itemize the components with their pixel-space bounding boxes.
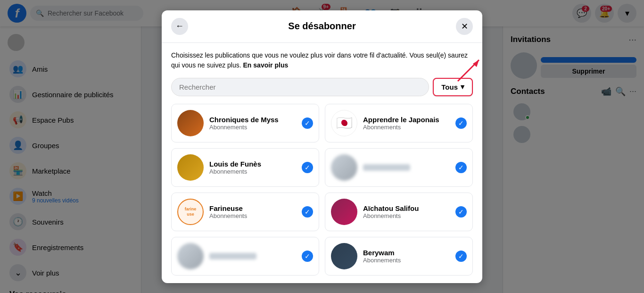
modal-description: Choisissez les publications que vous ne … bbox=[171, 50, 473, 70]
close-icon: ✕ bbox=[461, 21, 468, 32]
modal-close-button[interactable]: ✕ bbox=[456, 18, 473, 35]
item-1-name: Chroniques de Myss bbox=[209, 116, 296, 124]
funes-avatar bbox=[177, 154, 204, 181]
item-3-name: Louis de Funès bbox=[209, 160, 296, 168]
item-8-name: Berywam bbox=[363, 249, 450, 257]
item-5-checkbox[interactable]: ✓ bbox=[302, 206, 313, 218]
modal-items-grid: Chroniques de Myss Abonnements ✓ 🇯🇵 Appr… bbox=[171, 104, 473, 276]
blurred-name-2 bbox=[209, 253, 256, 260]
modal-overlay: ← Se désabonner ✕ Choisissez les publica… bbox=[0, 0, 644, 293]
learn-more-link[interactable]: En savoir plus bbox=[243, 61, 289, 69]
item-2-checkbox[interactable]: ✓ bbox=[455, 117, 467, 129]
modal-item-7[interactable]: ✓ bbox=[171, 237, 319, 276]
item-6-checkbox[interactable]: ✓ bbox=[455, 206, 467, 218]
item-2-name: Apprendre le Japonais bbox=[363, 116, 450, 124]
svg-marker-1 bbox=[473, 60, 479, 67]
modal-title: Se désabonner bbox=[188, 21, 456, 32]
modal-item-8[interactable]: Berywam Abonnements ✓ bbox=[325, 237, 473, 276]
farineuse-avatar: farineuse bbox=[177, 199, 204, 225]
modal-item-6[interactable]: Aïchatou Salifou Abonnements ✓ bbox=[325, 193, 473, 231]
item-8-checkbox[interactable]: ✓ bbox=[455, 251, 467, 262]
back-icon: ← bbox=[175, 21, 184, 31]
modal-item-5[interactable]: farineuse Farineuse Abonnements ✓ bbox=[171, 193, 319, 231]
modal-body: Choisissez les publications que vous ne … bbox=[162, 43, 482, 283]
chroniques-avatar bbox=[177, 110, 204, 136]
unfollow-modal: ← Se désabonner ✕ Choisissez les publica… bbox=[162, 10, 482, 283]
aichatou-avatar bbox=[331, 199, 357, 225]
blurred-avatar-1 bbox=[331, 154, 357, 181]
modal-item-3[interactable]: Louis de Funès Abonnements ✓ bbox=[171, 148, 319, 187]
japonais-avatar: 🇯🇵 bbox=[331, 110, 357, 136]
modal-item-2[interactable]: 🇯🇵 Apprendre le Japonais Abonnements ✓ bbox=[325, 104, 473, 142]
item-8-sub: Abonnements bbox=[363, 257, 450, 264]
item-3-checkbox[interactable]: ✓ bbox=[302, 162, 313, 173]
item-4-checkbox[interactable]: ✓ bbox=[455, 162, 467, 173]
berywam-avatar bbox=[331, 243, 357, 269]
filter-arrow-icon: ▾ bbox=[461, 83, 464, 91]
item-5-name: Farineuse bbox=[209, 204, 296, 212]
item-3-sub: Abonnements bbox=[209, 168, 296, 175]
blurred-avatar-2 bbox=[177, 243, 204, 269]
modal-filter-button[interactable]: Tous ▾ bbox=[433, 78, 473, 96]
item-2-sub: Abonnements bbox=[363, 124, 450, 131]
modal-search-row: Tous ▾ bbox=[171, 78, 473, 96]
item-1-sub: Abonnements bbox=[209, 124, 296, 131]
blurred-name-1 bbox=[363, 164, 410, 171]
modal-back-button[interactable]: ← bbox=[171, 18, 188, 35]
modal-header: ← Se désabonner ✕ bbox=[162, 10, 482, 43]
item-7-checkbox[interactable]: ✓ bbox=[302, 251, 313, 262]
item-1-checkbox[interactable]: ✓ bbox=[302, 117, 313, 129]
filter-label: Tous bbox=[441, 83, 458, 91]
item-6-sub: Abonnements bbox=[363, 212, 450, 219]
item-5-sub: Abonnements bbox=[209, 212, 296, 219]
modal-search-input[interactable] bbox=[171, 78, 429, 96]
item-6-name: Aïchatou Salifou bbox=[363, 204, 450, 212]
modal-item-1[interactable]: Chroniques de Myss Abonnements ✓ bbox=[171, 104, 319, 142]
modal-item-4[interactable]: ✓ bbox=[325, 148, 473, 187]
